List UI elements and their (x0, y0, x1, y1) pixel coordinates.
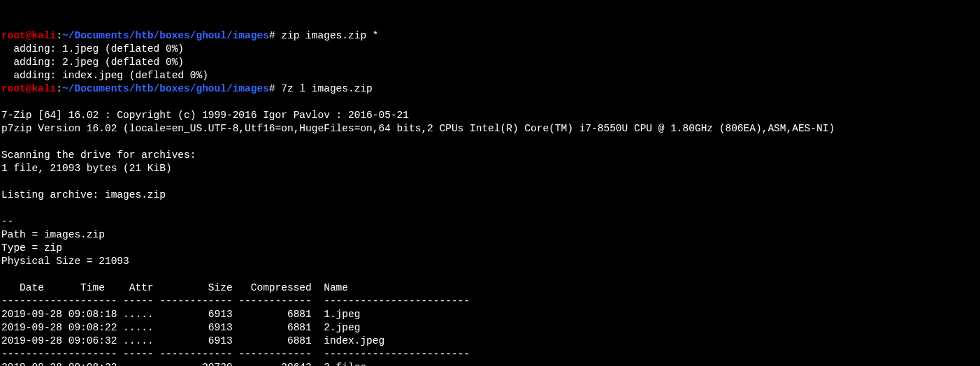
output-line: adding: 1.jpeg (deflated 0%) (1, 43, 184, 54)
table-row: 2019-09-28 09:08:22 ..... 6913 6881 2.jp… (1, 322, 360, 333)
prompt-hash: # (269, 30, 281, 41)
table-header: Date Time Attr Size Compressed Name (1, 282, 348, 293)
output-line: Listing archive: images.zip (1, 189, 166, 200)
prompt-path: ~/Documents/htb/boxes/ghoul/images (62, 83, 269, 94)
table-divider: ------------------- ----- ------------ -… (1, 295, 470, 307)
output-line: 1 file, 21093 bytes (21 KiB) (1, 163, 172, 174)
table-divider: ------------------- ----- ------------ -… (1, 349, 470, 360)
output-line: Scanning the drive for archives: (1, 149, 196, 161)
table-summary: 2019-09-28 09:08:22 20739 20643 3 files (1, 362, 366, 366)
prompt-path: ~/Documents/htb/boxes/ghoul/images (62, 30, 269, 41)
prompt-user: root@kali (1, 30, 56, 41)
output-line: adding: index.jpeg (deflated 0%) (1, 70, 208, 81)
output-line: 7-Zip [64] 16.02 : Copyright (c) 1999-20… (1, 110, 409, 121)
terminal-output[interactable]: root@kali:~/Documents/htb/boxes/ghoul/im… (0, 13, 980, 366)
prompt-colon: : (56, 30, 62, 41)
output-line: adding: 2.jpeg (deflated 0%) (1, 57, 184, 68)
output-line: Physical Size = 21093 (1, 256, 129, 267)
table-row: 2019-09-28 09:08:18 ..... 6913 6881 1.jp… (1, 309, 360, 320)
output-line: Type = zip (1, 242, 62, 254)
table-row: 2019-09-28 09:06:32 ..... 6913 6881 inde… (1, 335, 384, 346)
command-zip: zip images.zip * (281, 30, 378, 41)
prompt-user: root@kali (1, 83, 56, 94)
output-line: p7zip Version 16.02 (locale=en_US.UTF-8,… (1, 123, 835, 134)
prompt-colon: : (56, 83, 62, 94)
output-line: -- (1, 216, 13, 227)
command-7z: 7z l images.zip (281, 83, 373, 94)
output-line: Path = images.zip (1, 229, 105, 240)
prompt-hash: # (269, 83, 281, 94)
